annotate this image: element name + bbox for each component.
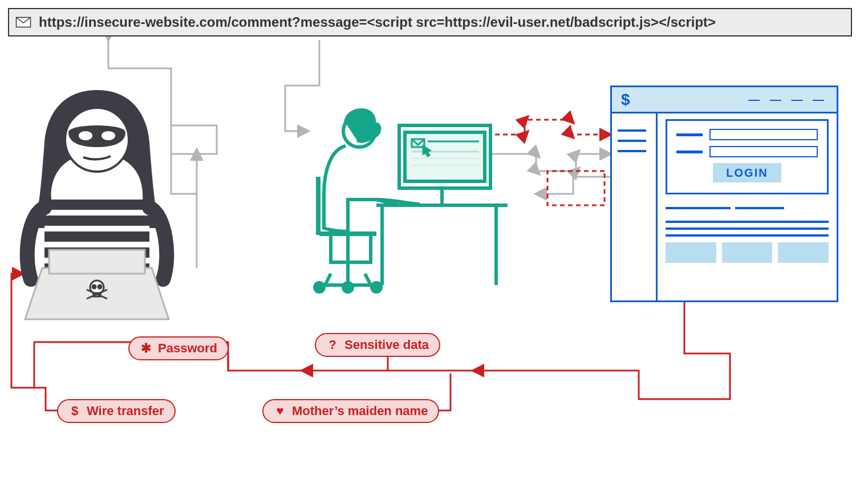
asterisk-icon: ✱ — [140, 341, 152, 356]
victim-illustration — [291, 91, 508, 308]
bank-sidebar — [612, 113, 658, 300]
titlebar-dashes: — — — — — [748, 93, 827, 106]
dollar-badge-icon: $ — [68, 404, 81, 418]
badge-wire-transfer: $ Wire transfer — [57, 399, 176, 423]
badge-sensitive-label: Sensitive data — [344, 338, 429, 352]
svg-rect-10 — [49, 250, 145, 274]
svg-point-34 — [372, 283, 381, 292]
svg-rect-5 — [44, 200, 149, 210]
content-lines — [666, 202, 829, 237]
svg-point-32 — [315, 283, 324, 292]
question-icon: ? — [326, 338, 339, 352]
bank-website-mock: $ — — — — LOGIN — [610, 86, 838, 302]
heart-icon: ♥ — [274, 404, 286, 418]
svg-point-12 — [92, 285, 96, 288]
bank-titlebar: $ — — — — — [612, 87, 837, 113]
mail-icon — [16, 17, 31, 27]
badge-password: ✱ Password — [128, 336, 229, 360]
svg-point-13 — [98, 285, 102, 288]
badge-maiden-label: Mother’s maiden name — [292, 404, 428, 418]
url-text: https://insecure-website.com/comment?mes… — [39, 14, 716, 30]
content-blocks — [666, 242, 829, 263]
username-row — [676, 129, 818, 140]
malicious-url-bar: https://insecure-website.com/comment?mes… — [8, 8, 852, 36]
svg-point-2 — [79, 131, 92, 140]
badge-wire-label: Wire transfer — [87, 404, 164, 418]
login-card: LOGIN — [666, 119, 829, 194]
svg-point-33 — [343, 283, 352, 292]
attacker-illustration — [11, 86, 182, 325]
username-field[interactable] — [709, 129, 818, 140]
dollar-icon: $ — [621, 91, 630, 109]
badge-sensitive-data: ? Sensitive data — [315, 333, 440, 357]
badge-maiden-name: ♥ Mother’s maiden name — [262, 399, 439, 423]
svg-point-3 — [102, 131, 115, 140]
password-row — [676, 146, 818, 157]
login-button[interactable]: LOGIN — [713, 163, 781, 182]
svg-rect-7 — [44, 231, 149, 242]
badge-password-label: Password — [158, 341, 217, 356]
svg-rect-6 — [44, 216, 149, 226]
password-field[interactable] — [709, 146, 818, 157]
